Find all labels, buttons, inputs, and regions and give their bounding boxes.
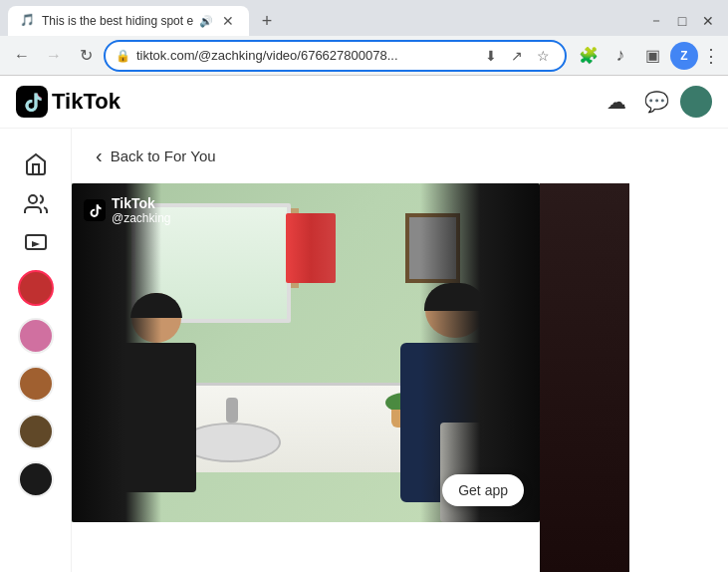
close-browser-button[interactable]: ✕ (696, 9, 720, 33)
svg-marker-3 (32, 241, 40, 247)
back-to-for-you[interactable]: ‹ Back to For You (72, 129, 728, 183)
message-icon[interactable]: 💬 (640, 86, 672, 118)
user-avatar-header[interactable] (680, 86, 712, 118)
tiktok-logo: TikTok (16, 86, 121, 118)
watermark-tiktok-icon (84, 199, 106, 221)
download-button[interactable]: ⬇ (479, 44, 503, 68)
extensions-area: 🧩 ♪ ▣ Z ⋮ (571, 42, 720, 70)
towel (286, 213, 336, 283)
profile-button[interactable]: Z (670, 42, 698, 70)
share-button[interactable]: ↗ (505, 44, 529, 68)
explore-icon (24, 232, 48, 256)
extensions-puzzle-icon[interactable]: 🧩 (575, 42, 603, 70)
tiktok-page: ‹ Back to For You (0, 129, 728, 572)
sidebar-story-3[interactable] (18, 366, 54, 402)
minimize-button[interactable]: － (644, 9, 668, 33)
back-button[interactable]: ← (8, 42, 36, 70)
bookmark-button[interactable]: ☆ (531, 44, 555, 68)
tiktok-logo-icon (16, 86, 48, 118)
back-nav-label: Back to For You (111, 147, 216, 164)
address-bar-input[interactable] (136, 48, 473, 63)
main-content: ‹ Back to For You (72, 129, 728, 572)
upload-icon[interactable]: ☁ (601, 86, 632, 118)
tiktok-header: TikTok ☁ 💬 (0, 76, 728, 129)
dark-left-panel (72, 183, 161, 522)
back-arrow-icon: ‹ (96, 144, 103, 167)
sidebar-item-home[interactable] (6, 144, 66, 184)
tiktok-sidebar (0, 129, 72, 572)
sidebar-story-4[interactable] (18, 414, 54, 449)
tab-favicon: 🎵 (20, 13, 36, 29)
forward-button[interactable]: → (40, 42, 68, 70)
browser-chrome: 🎵 This is the best hiding spot e 🔊 ✕ + －… (0, 0, 728, 76)
sidebar-story-1[interactable] (18, 270, 54, 306)
address-bar-actions: ⬇ ↗ ☆ (479, 44, 555, 68)
tiktok-brand-name: TikTok (52, 89, 121, 115)
tab-bar-controls: － □ ✕ (644, 9, 728, 33)
video-frame[interactable]: TikTok @zachking Get app (72, 183, 540, 522)
svg-point-1 (29, 195, 37, 203)
refresh-button[interactable]: ↻ (72, 42, 100, 70)
friends-icon (24, 192, 48, 216)
video-area: TikTok @zachking Get app (72, 183, 728, 572)
sidebar-story-2[interactable] (18, 318, 54, 354)
tab-close-button[interactable]: ✕ (219, 12, 237, 30)
nav-bar: ← → ↻ 🔒 ⬇ ↗ ☆ 🧩 ♪ ▣ Z ⋮ (0, 36, 728, 76)
video-watermark: TikTok @zachking (84, 195, 171, 225)
sidebar-toggle-icon[interactable]: ▣ (638, 42, 666, 70)
dark-right-panel (420, 183, 540, 522)
sidebar-story-5[interactable] (18, 461, 54, 497)
lock-icon: 🔒 (116, 49, 130, 63)
music-extension-icon[interactable]: ♪ (607, 42, 634, 70)
address-bar-wrapper: 🔒 ⬇ ↗ ☆ (104, 40, 567, 72)
right-dark-area (540, 183, 629, 572)
tab-bar-left: 🎵 This is the best hiding spot e 🔊 ✕ + (0, 6, 281, 36)
watermark-username: @zachking (112, 211, 171, 225)
watermark-text: TikTok @zachking (112, 195, 171, 225)
sidebar-item-explore[interactable] (6, 224, 66, 264)
sidebar-item-friends[interactable] (6, 184, 66, 224)
home-icon (24, 152, 48, 176)
svg-rect-2 (26, 235, 46, 249)
restore-button[interactable]: □ (670, 9, 694, 33)
get-app-button[interactable]: Get app (442, 474, 524, 506)
new-tab-button[interactable]: + (253, 7, 281, 35)
tab-title: This is the best hiding spot e (42, 14, 193, 28)
watermark-brand: TikTok (112, 195, 171, 211)
tab-bar: 🎵 This is the best hiding spot e 🔊 ✕ + －… (0, 0, 728, 36)
faucet (226, 398, 238, 423)
browser-menu-button[interactable]: ⋮ (702, 45, 720, 67)
active-tab[interactable]: 🎵 This is the best hiding spot e 🔊 ✕ (8, 6, 249, 36)
tab-audio-icon: 🔊 (199, 15, 213, 28)
page-wrapper: TikTok ☁ 💬 (0, 76, 728, 572)
